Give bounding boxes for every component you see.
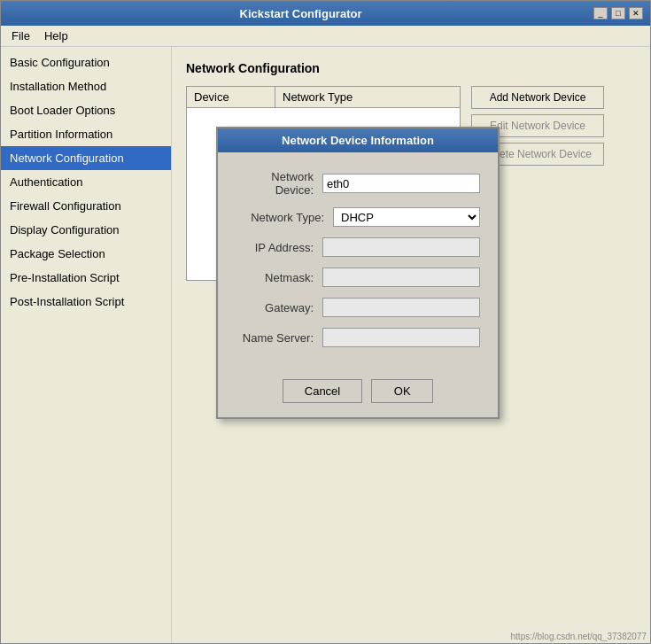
gateway-input[interactable]: [322, 298, 480, 317]
table-header: Device Network Type: [187, 87, 460, 108]
menu-file[interactable]: File: [4, 27, 37, 44]
window-controls: _ □ ✕: [593, 7, 643, 19]
sidebar-item-post-install[interactable]: Post-Installation Script: [1, 290, 171, 314]
ok-button[interactable]: OK: [371, 379, 433, 403]
minimize-button[interactable]: _: [593, 7, 608, 19]
main-window: Kickstart Configurator _ □ ✕ File Help B…: [0, 0, 651, 644]
sidebar-item-basic-config[interactable]: Basic Configuration: [1, 50, 171, 74]
netmask-input[interactable]: [322, 268, 480, 287]
sidebar-item-firewall-config[interactable]: Firewall Configuration: [1, 194, 171, 218]
col-header-network-type: Network Type: [275, 87, 460, 107]
sidebar-item-display-config[interactable]: Display Configuration: [1, 218, 171, 242]
name-server-label: Name Server:: [236, 331, 322, 345]
maximize-button[interactable]: □: [611, 7, 625, 19]
col-header-device: Device: [187, 87, 275, 107]
network-type-label: Network Type:: [236, 211, 333, 224]
network-device-row: Network Device:: [236, 170, 480, 197]
network-device-label: Network Device:: [236, 170, 322, 197]
sidebar-item-package-selection[interactable]: Package Selection: [1, 242, 171, 266]
add-network-device-button[interactable]: Add Network Device: [471, 86, 604, 109]
sidebar-item-boot-loader[interactable]: Boot Loader Options: [1, 98, 171, 122]
name-server-row: Name Server:: [236, 328, 480, 347]
ip-address-row: IP Address:: [236, 237, 480, 257]
gateway-label: Gateway:: [236, 301, 322, 314]
menu-bar: File Help: [1, 26, 650, 47]
network-type-select[interactable]: DHCP Static IP BOOTP: [333, 207, 480, 227]
cancel-button[interactable]: Cancel: [283, 379, 362, 403]
close-button[interactable]: ✕: [629, 7, 643, 19]
modal-body: Network Device: Network Type: DHCP Stati…: [218, 152, 498, 372]
sidebar: Basic Configuration Installation Method …: [1, 47, 172, 643]
title-bar: Kickstart Configurator _ □ ✕: [1, 1, 650, 26]
network-type-row: Network Type: DHCP Static IP BOOTP: [236, 207, 480, 227]
sidebar-item-install-method[interactable]: Installation Method: [1, 74, 171, 98]
netmask-row: Netmask:: [236, 268, 480, 287]
network-device-input[interactable]: [322, 174, 480, 193]
sidebar-item-pre-install[interactable]: Pre-Installation Script: [1, 266, 171, 290]
netmask-label: Netmask:: [236, 271, 322, 284]
section-title: Network Configuration: [186, 61, 636, 75]
sidebar-item-network-config[interactable]: Network Configuration: [1, 146, 171, 170]
ip-address-label: IP Address:: [236, 241, 322, 254]
watermark: https://blog.csdn.net/qq_37382077: [511, 632, 647, 641]
gateway-row: Gateway:: [236, 298, 480, 317]
modal-title: Network Device Information: [218, 128, 498, 152]
name-server-input[interactable]: [322, 328, 480, 347]
ip-address-input[interactable]: [322, 237, 480, 257]
network-device-dialog: Network Device Information Network Devic…: [216, 127, 500, 419]
sidebar-item-partition-info[interactable]: Partition Information: [1, 122, 171, 146]
content-area: Network Configuration Device Network Typ…: [172, 47, 650, 643]
window-title: Kickstart Configurator: [8, 7, 593, 20]
main-content: Basic Configuration Installation Method …: [1, 47, 650, 643]
menu-help[interactable]: Help: [37, 27, 75, 44]
sidebar-item-authentication[interactable]: Authentication: [1, 170, 171, 194]
modal-footer: Cancel OK: [218, 372, 498, 417]
